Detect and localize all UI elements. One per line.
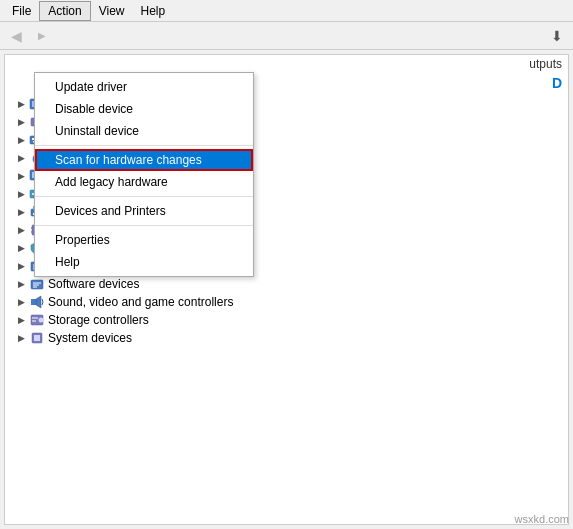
- chevron-keyboards: ▶: [13, 132, 29, 148]
- menu-devices-printers[interactable]: Devices and Printers: [35, 200, 253, 222]
- chevron-processors: ▶: [13, 222, 29, 238]
- menubar-help[interactable]: Help: [133, 2, 174, 20]
- menu-update-driver[interactable]: Update driver: [35, 76, 253, 98]
- chevron-sound: ▶: [13, 294, 29, 310]
- chevron-monitors: ▶: [13, 168, 29, 184]
- back-button[interactable]: ◀: [4, 25, 28, 47]
- separator-1: [35, 145, 253, 146]
- chevron-security: ▶: [13, 240, 29, 256]
- back-icon: ◀: [11, 28, 22, 44]
- download-icon: ⬇: [551, 28, 563, 44]
- svg-point-40: [39, 318, 44, 323]
- partial-d-text: D: [552, 75, 562, 91]
- menu-properties[interactable]: Properties: [35, 229, 253, 251]
- chevron-software-comp: ▶: [13, 258, 29, 274]
- icon-software-dev: [29, 276, 45, 292]
- chevron-print: ▶: [13, 204, 29, 220]
- svg-marker-38: [36, 296, 41, 308]
- chevron-software-dev: ▶: [13, 276, 29, 292]
- menubar-action[interactable]: Action: [39, 1, 90, 21]
- download-button[interactable]: ⬇: [545, 25, 569, 47]
- forward-icon: ▶: [38, 30, 46, 41]
- separator-3: [35, 225, 253, 226]
- icon-system: [29, 330, 45, 346]
- tree-label-sound: Sound, video and game controllers: [48, 295, 233, 309]
- menu-disable-device[interactable]: Disable device: [35, 98, 253, 120]
- chevron-hid: ▶: [13, 96, 29, 112]
- chevron-system: ▶: [13, 330, 29, 346]
- action-dropdown-menu: Update driver Disable device Uninstall d…: [34, 72, 254, 277]
- tree-label-system: System devices: [48, 331, 132, 345]
- forward-button[interactable]: ▶: [30, 25, 54, 47]
- chevron-network: ▶: [13, 186, 29, 202]
- main-area: utputs D ▶ Human Interface Devices ▶ IDE…: [0, 50, 573, 529]
- toolbar: ◀ ▶ ⬇: [0, 22, 573, 50]
- icon-sound: [29, 294, 45, 310]
- partial-outputs-text: utputs: [529, 57, 562, 71]
- tree-item-system[interactable]: ▶ System devices: [5, 329, 568, 347]
- tree-label-storage: Storage controllers: [48, 313, 149, 327]
- watermark: wsxkd.com: [515, 513, 569, 525]
- chevron-mice: ▶: [13, 150, 29, 166]
- chevron-ide: ▶: [13, 114, 29, 130]
- menu-scan-hardware[interactable]: Scan for hardware changes: [35, 149, 253, 171]
- tree-label-software-dev: Software devices: [48, 277, 139, 291]
- svg-rect-37: [31, 299, 36, 305]
- separator-2: [35, 196, 253, 197]
- menu-add-legacy[interactable]: Add legacy hardware: [35, 171, 253, 193]
- menu-uninstall-device[interactable]: Uninstall device: [35, 120, 253, 142]
- tree-item-software-dev[interactable]: ▶ Software devices: [5, 275, 568, 293]
- menubar: File Action View Help: [0, 0, 573, 22]
- svg-rect-44: [34, 335, 40, 341]
- menubar-view[interactable]: View: [91, 2, 133, 20]
- chevron-storage: ▶: [13, 312, 29, 328]
- icon-storage: [29, 312, 45, 328]
- tree-item-storage[interactable]: ▶ Storage controllers: [5, 311, 568, 329]
- tree-item-sound[interactable]: ▶ Sound, video and game controllers: [5, 293, 568, 311]
- menubar-file[interactable]: File: [4, 2, 39, 20]
- menu-help[interactable]: Help: [35, 251, 253, 273]
